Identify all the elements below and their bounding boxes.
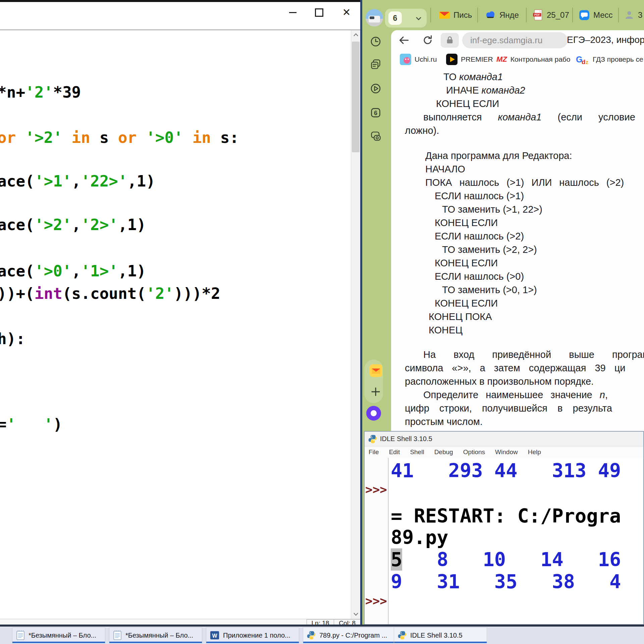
taskbar-button-Приложение-1-поло-[interactable]: WПриложение 1 поло... [206,627,299,643]
lock-icon[interactable] [441,33,459,48]
feed-pages-icon[interactable] [370,58,382,70]
editor-code-line: ace('>2','2>',1) [0,216,146,233]
menu-item-shell[interactable]: Shell [410,448,424,456]
shell-output-line: 9 31 35 38 4 [391,571,621,592]
code-token: , [72,216,81,234]
page-text: ИНАЧЕ [446,85,482,96]
back-arrow-icon[interactable] [397,35,410,46]
url-field[interactable]: inf-ege.sdamgia.ru [462,32,568,48]
page-text-line: КОНЕЦ ЕСЛИ [436,98,499,109]
editor-code-line: h): [0,330,25,347]
pinned-tab-label: 3 [638,10,642,20]
page-text: цифр строки, получившейся в результа [405,403,612,414]
code-token: '1>' [81,262,118,280]
page-text-line: ЕСЛИ нашлось (>1) [435,190,524,202]
tab-counter-button[interactable]: 6 [385,9,427,28]
code-token: '2>' [81,216,118,234]
premier-icon [446,54,458,65]
uchi-icon [400,54,411,65]
bookmark-Контрольная рабо[interactable]: МZКонтрольная рабо [496,50,571,68]
bookmark-ГДЗ проверь се[interactable]: GdzГДЗ проверь се [575,50,643,68]
editor-code-area[interactable]: *n+'2'*39or '>2' in s or '>0' in s:ace('… [0,30,351,619]
shell-output-line: = RESTART: C:/Progra [391,505,621,527]
close-icon[interactable]: ✕ [339,5,354,20]
python-icon [397,631,407,640]
editor-scrollbar[interactable] [351,30,361,619]
code-token: in [72,128,90,147]
menu-item-options[interactable]: Options [463,448,485,456]
pinned-tab-Янде[interactable]: Янде [485,0,519,30]
page-text-line: цифр строки, получившейся в результа [405,402,612,414]
editor-code-line: *n+'2'*39 [0,84,81,101]
page-text: ТО [443,71,459,82]
menu-item-help[interactable]: Help [528,448,541,456]
code-token: ) [53,415,62,433]
maximize-icon[interactable] [311,5,327,20]
menu-item-edit[interactable]: Edit [389,448,400,456]
scroll-up-icon[interactable] [351,30,361,40]
pinned-tab-label: Пись [453,10,472,20]
menu-item-debug[interactable]: Debug [434,448,453,456]
shell-titlebar: IDLE Shell 3.10.5 [365,432,643,446]
page-text: Дана программа для Редактора: [425,150,572,161]
scrollbar-thumb[interactable] [352,42,360,152]
ymail-icon[interactable] [370,364,382,376]
alice-icon[interactable] [366,406,378,418]
shell-text: = RESTART: C:/Progra [391,505,621,527]
page-text-line: КОНЕЦ [429,324,463,336]
taskbar: *Безымянный – Бло...*Безымянный – Бло...… [0,627,644,644]
menu-item-window[interactable]: Window [495,448,518,456]
reload-icon[interactable] [422,35,433,46]
menu-item-file[interactable]: File [369,448,379,456]
bookmark-label: Контрольная рабо [511,55,571,63]
scroll-down-icon[interactable] [351,609,361,619]
page-text: КОНЕЦ ЕСЛИ [435,217,498,228]
code-token: in [193,128,211,147]
svg-text:W: W [212,633,217,639]
idle-editor-window: ✕ *n+'2'*39or '>2' in s or '>0' in s:ace… [0,0,360,627]
tabbar-separator [430,8,431,22]
taskbar-active-indicator [12,642,105,643]
code-token: '>2' [35,216,72,234]
page-text: КОНЕЦ ПОКА [429,311,492,322]
pinned-tab-Месс[interactable]: Месс [579,0,613,30]
taskbar-button--Безымянный-Бло-[interactable]: *Безымянный – Бло... [12,627,105,643]
editor-code-line: =' ') [0,416,62,433]
code-token: , [72,262,81,280]
page-text: КОНЕЦ ЕСЛИ [435,298,498,309]
shell-title: IDLE Shell 3.10.5 [380,435,432,443]
taskbar-button-IDLE-Shell-3-10-5[interactable]: IDLE Shell 3.10.5 [394,627,487,643]
minimize-icon[interactable] [285,5,301,20]
plus-icon[interactable] [370,386,382,398]
page-text: ЕСЛИ нашлось (>2) [435,231,524,241]
gdz-icon: Gdz [575,54,589,65]
page-text: ПОКА нашлось (>1) ИЛИ нашлось (>2) [425,177,624,188]
screenshot-icon[interactable] [370,130,382,142]
taskbar-button-789-py-C-Program-[interactable]: 789.py - C:/Program ... [303,627,396,643]
pinned-tab-Пись[interactable]: Пись [439,0,472,30]
play-circle-icon[interactable] [370,83,382,95]
page-text-line: ИНАЧЕ команда2 [446,85,525,96]
shell-output-line: 89.py [391,527,448,548]
code-token: '>0' [146,128,183,147]
shell-prompt: >>> [365,594,387,608]
shell-prompt: >>> [365,483,387,497]
tabbar-separator [618,8,619,22]
bookmark-PREMIER[interactable]: PREMIER [446,50,493,68]
browser-tabbar: 6 ПисьЯндеPDF25_07Месс3 [362,0,644,30]
page-text: ЕСЛИ нашлось (>0) [435,271,524,282]
editor-titlebar: ✕ [0,2,360,30]
history-clock-icon[interactable] [370,36,382,48]
page-text: выполняется [423,112,498,122]
code-token: ace( [0,262,35,280]
bookmark-Uchi.ru[interactable]: Uchi.ru [400,50,437,68]
python-icon [307,631,316,640]
avatar[interactable] [366,9,383,26]
shell-text-area[interactable]: >>>>>> 41 293 44 313 49= RESTART: C:/Pro… [365,458,643,624]
pinned-tab-3[interactable]: 3 [624,0,642,30]
tabs-count-icon[interactable]: 6 [370,107,382,119]
taskbar-button--Безымянный-Бло-[interactable]: *Безымянный – Бло... [109,627,202,643]
pinned-tab-25_07[interactable]: PDF25_07 [533,0,569,30]
chevron-down-icon[interactable] [414,14,423,23]
editor-code-line: ace('>0','1>',1) [0,263,146,279]
